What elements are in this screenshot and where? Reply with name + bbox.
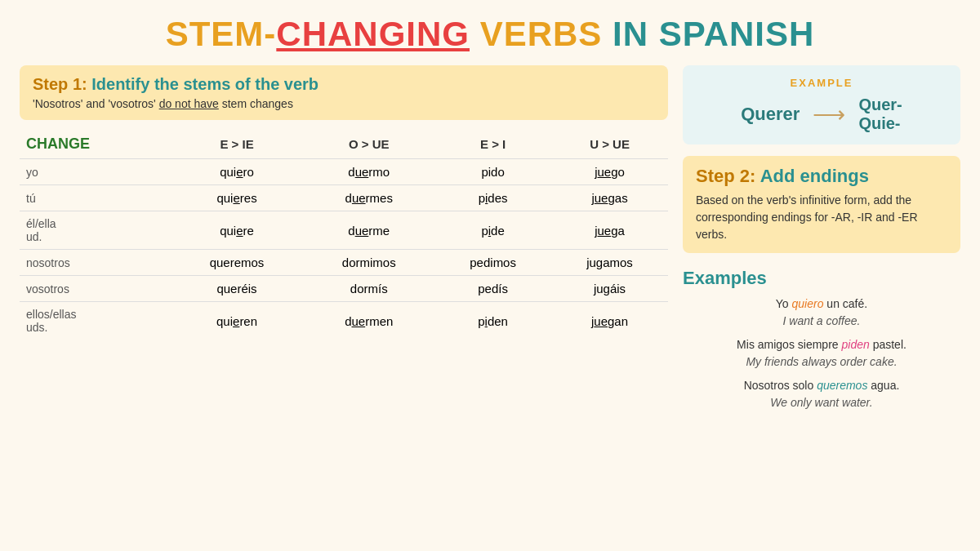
table-row: tú quieres duermes pides juegas	[20, 185, 668, 211]
examples-title: Examples	[683, 268, 960, 289]
step1-box: Step 1: Identify the stems of the verb '…	[20, 65, 668, 120]
title-part1: STEM-	[166, 15, 277, 53]
table-row: vosotros queréis dormís pedís jugáis	[20, 276, 668, 302]
example-item-3: Nosotros solo queremos agua. We only wan…	[683, 377, 960, 411]
highlight-quiero: quiero	[792, 297, 824, 310]
example-label: EXAMPLE	[699, 77, 944, 89]
table-row: ellos/ellas uds. quieren duermen piden j…	[20, 302, 668, 340]
example-row: Querer ⟶ Quer- Quie-	[699, 96, 944, 133]
title-changing: CHANGING	[276, 15, 470, 53]
table-row: nosotros queremos dormimos pedimos jugam…	[20, 250, 668, 276]
table-row: yo quiero duermo pido juego	[20, 159, 668, 185]
example-stem2: Quie-	[858, 114, 902, 133]
step1-label: Step 1:	[33, 75, 87, 93]
example-stems: Quer- Quie-	[858, 96, 902, 133]
step2-label: Step 2:	[696, 166, 755, 186]
example-verb: Querer	[741, 104, 800, 125]
table-header-oue: O > UE	[303, 130, 434, 159]
examples-section: Examples Yo quiero un café. I want a cof…	[683, 264, 960, 421]
title-part3: VERBS	[470, 15, 612, 53]
highlight-queremos: queremos	[817, 379, 867, 392]
example-box: EXAMPLE Querer ⟶ Quer- Quie-	[683, 65, 960, 144]
highlight-piden: piden	[841, 338, 869, 351]
example-item-1: Yo quiero un café. I want a coffee.	[683, 295, 960, 330]
table-header-uue: U > UE	[551, 130, 668, 159]
title-part4: IN SPANISH	[612, 15, 814, 53]
arrow-right-icon: ⟶	[813, 101, 845, 128]
right-section: EXAMPLE Querer ⟶ Quer- Quie- Step 2: Add…	[683, 65, 960, 528]
step2-title: Step 2: Add endings	[696, 166, 947, 187]
step2-description: Based on the verb's infinitive form, add…	[696, 192, 947, 243]
verb-table: CHANGE E > IE O > UE E > I U > UE yo qui…	[20, 130, 668, 340]
left-section: Step 1: Identify the stems of the verb '…	[20, 65, 668, 528]
step1-note: 'Nosotros' and 'vosotros' do not have st…	[33, 97, 655, 110]
table-header-ei: E > I	[434, 130, 551, 159]
example-item-2: Mis amigos siempre piden pastel. My frie…	[683, 336, 960, 371]
table-header-change: CHANGE	[20, 130, 171, 159]
step2-box: Step 2: Add endings Based on the verb's …	[683, 156, 960, 253]
step1-title: Step 1: Identify the stems of the verb	[33, 75, 655, 94]
table-row: él/ella ud. quiere duerme pide juega	[20, 211, 668, 250]
page-title: STEM-CHANGING VERBS IN SPANISH	[20, 15, 960, 54]
step1-text: Identify the stems of the verb	[87, 75, 318, 93]
step2-text: Add endings	[755, 166, 869, 186]
example-stem1: Quer-	[858, 96, 902, 114]
table-header-eie: E > IE	[171, 130, 304, 159]
